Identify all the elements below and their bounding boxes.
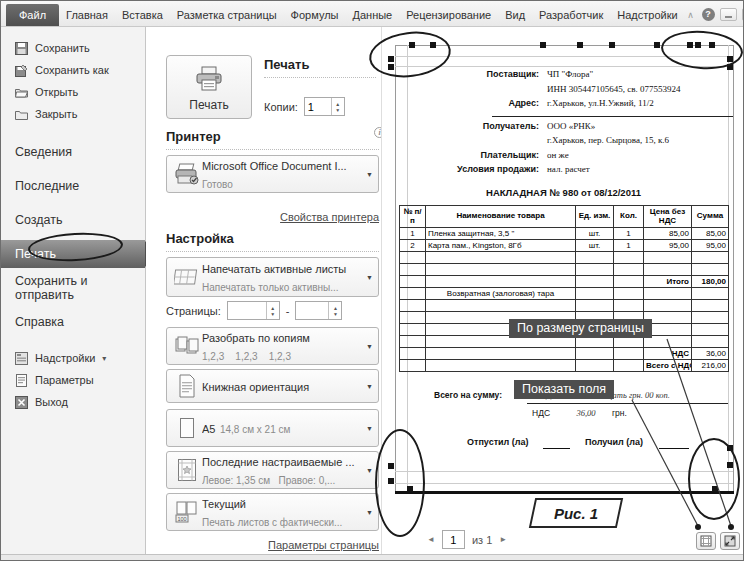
paper-size-select[interactable]: A5 14,8 см x 21 см ▼ xyxy=(166,409,379,447)
margin-handle[interactable] xyxy=(430,42,436,48)
spinner-down-icon[interactable]: ▼ xyxy=(270,311,275,317)
sidebar-item-addins[interactable]: Надстройки ▾ xyxy=(1,347,145,369)
margin-handle[interactable] xyxy=(727,445,733,451)
vat-currency: грн. xyxy=(612,408,627,418)
field-value: он же xyxy=(547,150,569,160)
sidebar-item-save-send[interactable]: Сохранить и отправить xyxy=(1,271,145,305)
sidebar-item-new[interactable]: Создать xyxy=(1,203,145,237)
page-right-edge xyxy=(733,45,734,494)
margin-handle[interactable] xyxy=(609,42,615,48)
chevron-down-icon: ▼ xyxy=(363,509,373,516)
save-as-icon xyxy=(15,64,28,77)
field-value: ООО «РНК» xyxy=(547,121,595,131)
printer-name: Microsoft Office Document I... xyxy=(202,160,347,172)
margin-handle[interactable] xyxy=(577,42,583,48)
settings-section-heading: Настройка xyxy=(166,231,234,246)
previous-page-icon[interactable]: ◄ xyxy=(427,535,435,544)
margin-handle[interactable] xyxy=(388,478,394,484)
help-icon[interactable]: ? xyxy=(702,8,715,21)
setting-title: Разобрать по копиям xyxy=(202,332,310,344)
total-label: Всего на сумму: xyxy=(434,390,502,400)
sign-received-label: Получил (ла) xyxy=(585,437,643,447)
pages-from-input[interactable] xyxy=(228,302,266,319)
spinner-down-icon[interactable]: ▼ xyxy=(335,107,340,113)
show-margins-button[interactable] xyxy=(696,532,716,550)
setting-title: A5 xyxy=(202,423,215,435)
margin-handle[interactable] xyxy=(727,56,733,62)
pages-from-spinner[interactable]: ▲ ▼ xyxy=(266,302,279,319)
collapse-ribbon-icon[interactable]: ∧ xyxy=(685,10,697,20)
copies-input[interactable] xyxy=(305,98,331,115)
minimize-button[interactable] xyxy=(720,8,737,21)
sidebar-item-exit[interactable]: Выход xyxy=(1,391,145,413)
sidebar-item-help[interactable]: Справка xyxy=(1,305,145,339)
sidebar-item-open[interactable]: Открыть xyxy=(1,81,145,103)
margin-handle[interactable] xyxy=(409,42,415,48)
show-margins-icon xyxy=(700,535,712,547)
copies-spinner[interactable]: ▲ ▼ xyxy=(331,98,344,115)
orientation-select[interactable]: Книжная ориентация ▼ xyxy=(166,369,379,403)
current-page-input[interactable] xyxy=(442,530,465,549)
margin-handle[interactable] xyxy=(407,486,413,492)
printer-properties-link[interactable]: Свойства принтера xyxy=(166,211,379,223)
table-row: 2Карта пам., Kingston, 8Гбшт.195,0095,00 xyxy=(400,240,729,252)
backstage-bottom-commands: Надстройки ▾ Параметры Выход xyxy=(1,347,145,413)
tab-formulas[interactable]: Формулы xyxy=(284,4,346,26)
tab-addins[interactable]: Надстройки xyxy=(610,4,684,26)
tab-review[interactable]: Рецензирование xyxy=(399,4,498,26)
sidebar-item-label: Сохранить xyxy=(35,42,90,54)
table-row: 1Пленка защитная, 3,5 "шт.185,0085,00 xyxy=(400,228,729,240)
field-value: г.Харьков, ул.Н.Ужвий, 11/2 xyxy=(547,98,654,108)
sidebar-item-print[interactable]: Печать xyxy=(1,240,145,268)
setting-subtitle: 1,2,3 1,2,3 1,2,3 xyxy=(202,351,291,362)
margin-handle[interactable] xyxy=(388,463,394,469)
sidebar-item-label: Справка xyxy=(15,315,64,329)
margin-handle[interactable] xyxy=(727,462,733,468)
setting-subtitle: Напечатать только активны... xyxy=(202,282,339,293)
margin-handle[interactable] xyxy=(712,486,718,492)
tab-page-layout[interactable]: Разметка страницы xyxy=(170,4,284,26)
sidebar-item-close[interactable]: Закрыть xyxy=(1,103,145,125)
margin-handle[interactable] xyxy=(540,42,546,48)
margin-handle[interactable] xyxy=(695,42,701,48)
tab-developer[interactable]: Разработчик xyxy=(532,4,610,26)
scale-current-icon: 100 xyxy=(175,500,199,524)
printer-select[interactable]: Microsoft Office Document I... Готово ▼ xyxy=(166,155,379,193)
pages-to-spinner[interactable]: ▲ ▼ xyxy=(328,302,341,319)
tab-view[interactable]: Вид xyxy=(498,4,532,26)
margin-handle[interactable] xyxy=(654,42,660,48)
table-row xyxy=(400,264,729,276)
col-header: Цена без НДС xyxy=(644,206,692,228)
margin-handle[interactable] xyxy=(709,42,715,48)
collation-select[interactable]: Разобрать по копиям 1,2,3 1,2,3 1,2,3 ▼ xyxy=(166,327,379,365)
margin-handle[interactable] xyxy=(388,56,394,62)
setting-title: Последние настраиваемые ... xyxy=(202,456,355,468)
margin-handle[interactable] xyxy=(687,42,693,48)
tab-insert[interactable]: Вставка xyxy=(115,4,170,26)
tab-data[interactable]: Данные xyxy=(345,4,399,26)
next-page-icon[interactable]: ► xyxy=(499,535,507,544)
pages-to-input[interactable] xyxy=(296,302,328,319)
sidebar-item-save-as[interactable]: Сохранить как xyxy=(1,59,145,81)
print-button[interactable]: Печать xyxy=(166,55,252,119)
sign-released-label: Отпустил (ла) xyxy=(467,437,529,447)
zoom-to-page-button[interactable] xyxy=(720,532,740,550)
page-setup-link[interactable]: Параметры страницы xyxy=(166,539,379,551)
sidebar-item-save[interactable]: Сохранить xyxy=(1,37,145,59)
sidebar-item-info[interactable]: Сведения xyxy=(1,135,145,169)
tab-file[interactable]: Файл xyxy=(6,4,59,26)
margin-handle[interactable] xyxy=(388,64,394,70)
sidebar-item-recent[interactable]: Последние xyxy=(1,169,145,203)
print-settings-panel: Печать Печать Копии: ▲ ▼ Принтер i xyxy=(146,27,381,554)
print-area-select[interactable]: Напечатать активные листы Напечатать тол… xyxy=(166,257,379,297)
margins-select[interactable]: Последние настраиваемые ... Левое: 1,35 … xyxy=(166,451,379,489)
chevron-down-icon: ▼ xyxy=(363,343,373,350)
table-header-row: № п/п Наименование товара Ед. изм. Кол. … xyxy=(400,206,729,228)
tab-home[interactable]: Главная xyxy=(59,4,115,26)
printer-status: Готово xyxy=(202,179,233,190)
scaling-select[interactable]: 100 Текущий Печать листов с фактически..… xyxy=(166,493,379,531)
address-underline xyxy=(492,116,733,117)
sidebar-item-options[interactable]: Параметры xyxy=(1,369,145,391)
pages-from-stepper: ▲ ▼ xyxy=(227,301,280,320)
spinner-down-icon[interactable]: ▼ xyxy=(333,311,338,317)
